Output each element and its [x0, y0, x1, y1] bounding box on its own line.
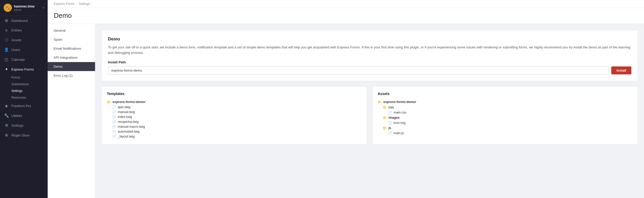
template-file-name: recaptcha.twig [118, 120, 139, 124]
sub-nav-error-log[interactable]: Error Log (1) [48, 71, 95, 80]
template-file-ajax: 📄 ajax.twig [107, 105, 362, 110]
templates-root-folder-name: express-forms-demo/ [113, 100, 145, 104]
sidebar-item-label: Settings [11, 124, 23, 127]
chevron-down-icon: ▾ [43, 6, 44, 9]
templates-panel-title: Templates [107, 92, 362, 96]
install-path-section: Install Path Install [108, 60, 631, 75]
express-forms-icon: ✦ [4, 67, 9, 72]
freeform-icon: ◈ [4, 104, 9, 108]
sidebar-item-assets[interactable]: ⬡ Assets [0, 35, 48, 45]
demo-title: Demo [108, 37, 631, 42]
assets-icon-svg: 📄 icon.svg [378, 120, 632, 125]
sidebar-item-express-forms[interactable]: ✦ Express Forms [0, 64, 48, 74]
file-icon: 📄 [388, 131, 392, 135]
assets-css-folder: 📁 css [378, 105, 632, 110]
sidebar-item-settings[interactable]: ⚙ Settings [0, 120, 48, 130]
settings-icon: ⚙ [4, 123, 9, 128]
install-button[interactable]: Install [611, 66, 631, 74]
assets-folder-name: js [388, 126, 391, 130]
file-icon: 📄 [112, 115, 116, 119]
sidebar-item-dashboard[interactable]: ⊞ Dashboard [0, 16, 48, 25]
sidebar-item-users[interactable]: 👤 Users [0, 45, 48, 55]
install-path-input[interactable] [108, 66, 609, 75]
breadcrumb-sep-2: › [91, 2, 92, 6]
sidebar-item-label: Utilities [11, 114, 22, 118]
demo-description: To get your site off to a quick start, w… [108, 45, 631, 56]
panels-row: Templates 📁 express-forms-demo/ 📄 ajax.t… [101, 86, 638, 144]
file-icon: 📄 [112, 105, 116, 109]
sidebar-item-label: Entries [11, 28, 22, 32]
site-logo: 🔨 [4, 4, 12, 12]
templates-file-tree: 📁 express-forms-demo/ 📄 ajax.twig 📄 manu… [107, 99, 362, 139]
sidebar-item-utilities[interactable]: 🔧 Utilities [0, 111, 48, 120]
templates-panel: Templates 📁 express-forms-demo/ 📄 ajax.t… [101, 86, 367, 144]
sidebar-item-label: Freeform Pro [11, 104, 31, 108]
template-file-automated: 📄 automated.twig [107, 129, 362, 134]
assets-file-tree: 📁 express-forms-demo/ 📁 css 📄 main.css [378, 99, 632, 136]
main-content: Demo To get your site off to a quick sta… [95, 24, 644, 198]
list-icon: ≡ [4, 28, 9, 32]
sidebar-sub-item-forms[interactable]: Forms [0, 74, 48, 81]
install-path-row: Install [108, 66, 631, 75]
sub-nav-api-integrations[interactable]: API Integrations [48, 53, 95, 62]
templates-root-folder: 📁 express-forms-demo/ [107, 99, 362, 105]
sidebar-item-label: Users [11, 48, 20, 52]
sidebar-item-label: Dashboard [11, 19, 28, 23]
sub-nav-demo[interactable]: Demo [48, 62, 95, 71]
file-icon: 📄 [112, 110, 116, 114]
sub-nav-spam[interactable]: Spam [48, 35, 95, 44]
sidebar-sub-item-resources[interactable]: Resources [0, 94, 48, 101]
breadcrumb: Express Forms › Settings › [48, 0, 644, 8]
sidebar-header[interactable]: 🔨 hammer.time admin ▾ [0, 0, 48, 16]
site-name: hammer.time [14, 4, 35, 8]
assets-folder-name: css [388, 106, 394, 109]
template-file-name: ajax.twig [118, 105, 130, 109]
assets-file-name: main.css [394, 111, 406, 114]
assets-images-folder: 📁 images [378, 115, 632, 120]
template-file-manual: 📄 manual.twig [107, 110, 362, 115]
sidebar-item-calendar[interactable]: ◫ Calendar [0, 55, 48, 64]
sidebar-item-label: Express Forms [11, 67, 34, 71]
sub-nav: General Spam Email Notifications API Int… [48, 24, 95, 198]
sub-nav-email-notifications[interactable]: Email Notifications [48, 44, 95, 53]
breadcrumb-sep-1: › [76, 2, 77, 6]
sidebar-item-plugin-store[interactable]: ⊕ Plugin Store [0, 130, 48, 140]
sidebar-item-label: Plugin Store [11, 133, 30, 137]
assets-file-name: main.js [394, 131, 404, 135]
file-icon: 📄 [388, 121, 392, 125]
sidebar-item-label: Assets [11, 38, 21, 42]
page-title-bar: Demo [48, 8, 644, 24]
template-file-manual-macro: 📄 manual-macro.twig [107, 124, 362, 129]
template-file-layout: 📄 _layout.twig [107, 134, 362, 139]
assets-js-folder: 📁 js [378, 125, 632, 131]
admin-label: admin [14, 8, 35, 11]
assets-root-folder-name: express-forms-demo/ [383, 100, 416, 104]
sidebar-item-entries[interactable]: ≡ Entries [0, 25, 48, 35]
template-file-name: manual-macro.twig [118, 125, 145, 128]
assets-icon: ⬡ [4, 38, 9, 42]
assets-panel-title: Assets [378, 92, 632, 96]
sub-nav-general[interactable]: General [48, 26, 95, 35]
folder-icon: 📁 [378, 100, 382, 104]
utilities-icon: 🔧 [4, 113, 9, 118]
install-path-label: Install Path [108, 60, 631, 64]
template-file-name: index.twig [118, 115, 132, 119]
file-icon: 📄 [112, 125, 116, 129]
breadcrumb-part-2[interactable]: Settings [79, 2, 90, 6]
file-icon: 📄 [112, 135, 116, 139]
page-title: Demo [54, 12, 638, 20]
breadcrumb-part-1[interactable]: Express Forms [54, 2, 75, 6]
assets-panel: Assets 📁 express-forms-demo/ 📁 css 📄 [372, 86, 638, 144]
sidebar-item-freeform-pro[interactable]: ◈ Freeform Pro [0, 101, 48, 111]
assets-folder-name: images [388, 116, 400, 119]
template-file-name: _layout.twig [118, 135, 135, 138]
folder-icon: 📁 [383, 126, 387, 130]
folder-icon: 📁 [383, 106, 387, 109]
template-file-index: 📄 index.twig [107, 115, 362, 119]
sidebar-sub-item-submissions[interactable]: Submissions [0, 81, 48, 88]
sidebar-sub-item-settings[interactable]: Settings [0, 88, 48, 94]
plugin-store-icon: ⊕ [4, 133, 9, 137]
user-icon: 👤 [4, 47, 9, 52]
assets-root-folder: 📁 express-forms-demo/ [378, 99, 632, 105]
content-area: General Spam Email Notifications API Int… [48, 24, 644, 198]
